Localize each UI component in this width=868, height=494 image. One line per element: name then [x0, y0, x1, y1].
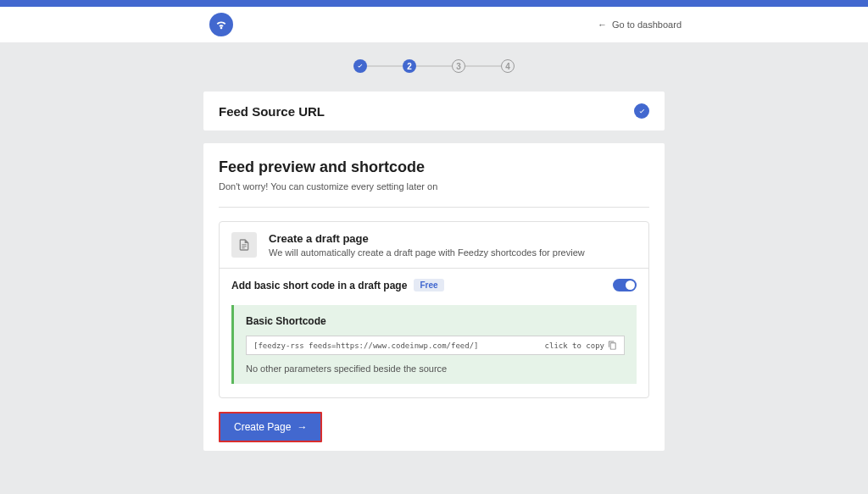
free-badge: Free [414, 279, 443, 291]
arrow-left-icon: ← [598, 19, 607, 30]
step-connector [367, 65, 403, 67]
preview-subtitle: Don't worry! You can customize every set… [219, 181, 649, 191]
step-1[interactable] [353, 59, 367, 73]
divider [219, 207, 649, 208]
file-icon [231, 232, 257, 258]
logo [209, 13, 233, 36]
shortcode-header-left: Add basic short code in a draft page Fre… [231, 279, 444, 291]
create-page-label: Create Page [234, 421, 291, 433]
feed-source-title: Feed Source URL [219, 104, 325, 119]
draft-box: Create a draft page We will automaticall… [219, 221, 649, 398]
basic-shortcode-box: Basic Shortcode [feedzy-rss feeds=https:… [231, 305, 637, 384]
main-content: Feed Source URL Feed preview and shortco… [203, 92, 665, 451]
preview-title: Feed preview and shortcode [219, 158, 649, 176]
no-params-text: No other parameters specified beside the… [246, 364, 625, 374]
draft-text: Create a draft page We will automaticall… [269, 232, 585, 258]
stepper: 2 3 4 [0, 42, 868, 92]
draft-header: Create a draft page We will automaticall… [220, 222, 648, 269]
preview-card: Feed preview and shortcode Don't worry! … [203, 143, 665, 451]
shortcode-toggle[interactable] [613, 279, 637, 291]
wifi-icon [214, 18, 228, 31]
shortcode-code: [feedzy-rss feeds=https://www.codeinwp.c… [253, 341, 479, 350]
document-icon [237, 238, 251, 252]
arrow-right-icon: → [297, 421, 307, 433]
header: ← Go to dashboard [0, 7, 868, 42]
copy-label: click to copy [545, 341, 604, 350]
check-icon [637, 107, 647, 116]
shortcode-section: Add basic short code in a draft page Fre… [220, 269, 648, 397]
copy-button[interactable]: click to copy [545, 341, 617, 350]
shortcode-header: Add basic short code in a draft page [231, 280, 407, 291]
create-page-button[interactable]: Create Page → [219, 412, 322, 442]
dashboard-link[interactable]: ← Go to dashboard [598, 19, 682, 30]
feed-source-card[interactable]: Feed Source URL [203, 92, 665, 130]
copy-icon [608, 341, 617, 350]
dashboard-link-label: Go to dashboard [612, 19, 682, 30]
step-4[interactable]: 4 [501, 59, 515, 73]
basic-shortcode-title: Basic Shortcode [246, 315, 625, 327]
step-3[interactable]: 3 [452, 59, 465, 73]
step-connector [465, 65, 501, 67]
shortcode-code-row[interactable]: [feedzy-rss feeds=https://www.codeinwp.c… [246, 336, 625, 355]
shortcode-header-row: Add basic short code in a draft page Fre… [231, 279, 637, 291]
feed-source-check [634, 103, 649, 119]
draft-title: Create a draft page [269, 232, 585, 245]
step-connector [416, 65, 452, 67]
check-icon [356, 62, 364, 70]
draft-desc: We will automatically create a draft pag… [269, 247, 585, 258]
step-2[interactable]: 2 [403, 59, 416, 73]
top-accent-bar [0, 0, 868, 7]
